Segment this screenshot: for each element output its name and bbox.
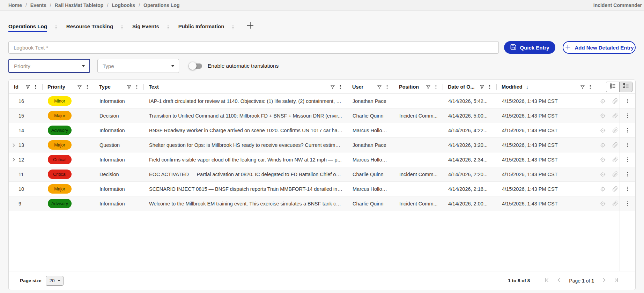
table-footer: Page size 20 1 to 8 of 8 [9,271,635,290]
row-text: Field confirms visible vapor cloud off t… [143,157,347,163]
column-label[interactable]: Position [399,84,419,90]
quick-entry-row: Quick Entry Add New Detailed Entry [8,41,636,54]
table-row[interactable]: 10 Major Information SCENARIO INJECT 081… [9,182,635,196]
table-row[interactable]: 12 Critical Information Field confirms v… [9,152,635,167]
table-row[interactable]: 15 Major Decision Transition to Unified … [9,108,635,123]
column-menu-icon[interactable] [134,84,139,89]
column-menu-icon[interactable] [85,84,90,89]
row-menu-icon[interactable] [625,142,631,148]
tab-menu-icon[interactable] [53,25,59,30]
filter-icon[interactable] [377,84,382,89]
row-menu-icon[interactable] [625,98,631,104]
filter-icon[interactable] [480,84,484,89]
row-date-of-occurrence: 4/14/2026, 2:20... [443,172,496,177]
attachment-paperclip-icon[interactable] [612,171,618,177]
sort-descending-icon: ↓ [526,84,529,90]
row-menu-icon[interactable] [625,157,631,163]
priority-pill: Major [48,140,72,150]
table-row[interactable]: 16 Minor Information IAP-1 draft circula… [9,94,635,108]
column-menu-icon[interactable] [487,84,492,89]
geolocation-target-icon[interactable] [600,113,606,119]
attachment-paperclip-icon[interactable] [612,98,618,104]
priority-pill: Major [48,184,72,194]
tab-menu-icon[interactable] [230,25,236,30]
type-select[interactable]: Type [97,59,179,73]
row-date-of-occurrence: 4/14/2026, 3:20... [443,142,496,148]
tab-menu-icon[interactable] [165,25,171,30]
flat-view-button[interactable] [606,82,619,92]
add-tab-button[interactable] [246,21,254,31]
next-page-button[interactable] [600,277,607,285]
tab-public-information[interactable]: Public Information [178,23,224,32]
translations-toggle[interactable] [190,63,202,69]
geolocation-target-icon[interactable] [600,201,606,207]
hierarchy-view-button[interactable] [619,82,632,92]
tab-menu-icon[interactable] [119,25,125,30]
attachment-paperclip-icon[interactable] [612,201,618,206]
quick-entry-button[interactable]: Quick Entry [504,41,555,54]
row-menu-icon[interactable] [625,186,631,192]
column-menu-icon[interactable] [385,84,390,89]
column-label[interactable]: Text [149,84,159,90]
row-text: Shelter question for Ops: is Millbrook H… [143,142,347,148]
attachment-paperclip-icon[interactable] [612,113,618,119]
column-label[interactable]: Type [99,84,111,90]
column-label[interactable]: User [352,84,363,90]
logbook-text-input[interactable] [8,41,499,54]
table-row[interactable]: 13 Major Question Shelter question for O… [9,138,635,152]
add-detailed-entry-label: Add New Detailed Entry [575,45,634,51]
column-menu-icon[interactable] [434,84,438,89]
column-label[interactable]: Date of O... [448,84,475,90]
table-row[interactable]: 11 Critical Decision EOC ACTIVATED — Par… [9,167,635,182]
previous-page-button[interactable] [556,277,563,285]
geolocation-target-icon[interactable] [600,157,606,163]
filter-icon[interactable] [77,84,82,89]
column-label[interactable]: Priority [47,84,65,90]
column-label[interactable]: Modified [502,84,523,90]
last-page-button[interactable] [612,277,619,285]
filter-icon[interactable] [25,84,30,89]
tab-resource-tracking[interactable]: Resource Tracking [66,23,113,32]
attachment-paperclip-icon[interactable] [612,186,618,192]
add-detailed-entry-button[interactable]: Add New Detailed Entry [563,41,636,54]
filter-icon[interactable] [127,84,132,89]
row-text: IAP-1 draft circulated for review at 114… [143,98,347,104]
table-row[interactable]: 14 Advisory Information BNSF Roadway Wor… [9,123,635,138]
column-menu-icon[interactable] [588,84,593,89]
breadcrumb-home[interactable]: Home [8,2,22,8]
breadcrumb-event-name[interactable]: Rail HazMat Tabletop [55,2,104,8]
row-expand-icon[interactable] [11,157,16,163]
geolocation-target-icon[interactable] [600,171,606,178]
column-label[interactable]: Id [14,84,18,90]
geolocation-target-icon[interactable] [600,127,606,134]
page-size-select[interactable]: 20 [46,276,64,286]
attachment-paperclip-icon[interactable] [612,127,618,133]
row-menu-icon[interactable] [625,201,631,206]
table-row[interactable]: 9 Advisory Information Welcome to the Mi… [9,196,635,211]
first-page-button[interactable] [544,277,551,285]
breadcrumb-separator: / [25,2,27,8]
attachment-paperclip-icon[interactable] [612,142,618,148]
breadcrumb-logbooks[interactable]: Logbooks [112,2,135,8]
attachment-paperclip-icon[interactable] [612,157,618,163]
column-menu-icon[interactable] [338,84,343,89]
priority-pill: Critical [48,155,72,164]
tab-operations-log[interactable]: Operations Log [8,23,47,32]
row-id: 9 [18,201,21,206]
filter-icon[interactable] [330,84,335,89]
row-menu-icon[interactable] [625,113,631,119]
geolocation-target-icon[interactable] [600,142,606,148]
row-type: Decision [94,172,143,177]
breadcrumb: Home / Events / Rail HazMat Tabletop / L… [8,2,180,8]
filter-icon[interactable] [580,84,585,89]
geolocation-target-icon[interactable] [600,98,606,104]
row-menu-icon[interactable] [625,171,631,177]
column-menu-icon[interactable] [33,84,38,89]
priority-select[interactable]: Priority [8,59,90,73]
row-menu-icon[interactable] [625,127,631,133]
geolocation-target-icon[interactable] [600,186,606,192]
filter-icon[interactable] [426,84,431,89]
tab-sig-events[interactable]: Sig Events [132,23,159,32]
breadcrumb-events[interactable]: Events [30,2,46,8]
row-expand-icon[interactable] [11,142,16,148]
